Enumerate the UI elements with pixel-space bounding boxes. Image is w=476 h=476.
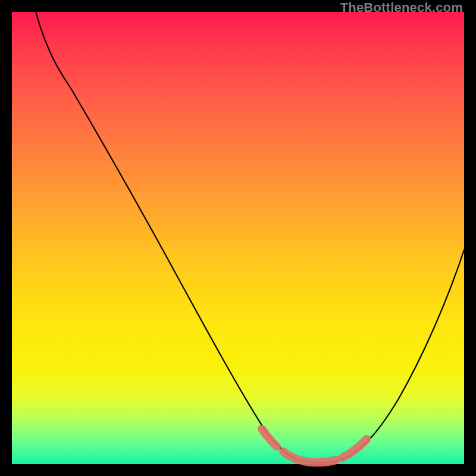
chart-frame: TheBottleneck.com xyxy=(0,0,476,476)
bottleneck-curve xyxy=(36,12,464,463)
highlight-segment-2 xyxy=(283,452,336,462)
highlight-segment-1 xyxy=(262,429,277,446)
curve-layer xyxy=(12,12,464,464)
highlight-segment-3 xyxy=(343,439,367,458)
watermark-text: TheBottleneck.com xyxy=(340,0,463,15)
